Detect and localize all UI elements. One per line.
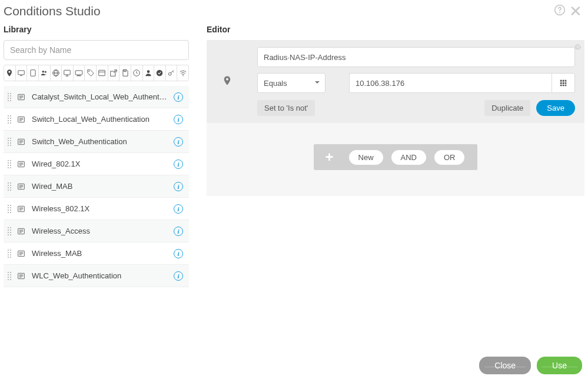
filter-tag-icon[interactable] [85, 65, 97, 81]
attribute-input[interactable] [257, 47, 575, 67]
list-item-label: Catalyst_Switch_Local_Web_Authentication [32, 92, 168, 101]
filter-popout-icon[interactable] [108, 65, 120, 81]
list-item-label: Wireless_Access [32, 227, 168, 235]
info-icon[interactable]: i [174, 182, 183, 191]
svg-point-1 [559, 12, 560, 13]
filter-person-icon[interactable] [143, 65, 155, 81]
svg-point-21 [147, 70, 150, 73]
add-condition-bar: + New AND OR [314, 144, 478, 170]
list-item[interactable]: Wireless_MAB i [4, 242, 189, 265]
condition-icon [15, 136, 27, 148]
filter-pin-icon[interactable] [4, 65, 16, 81]
svg-rect-14 [77, 75, 81, 76]
filter-group-icon[interactable] [39, 65, 51, 81]
svg-rect-67 [560, 85, 562, 86]
list-item[interactable]: Catalyst_Switch_Local_Web_Authentication… [4, 86, 189, 108]
condition-icon [15, 270, 27, 282]
filter-icon-row [4, 65, 189, 81]
filter-wifi-icon[interactable] [177, 65, 188, 81]
list-item-label: Switch_Web_Authentication [32, 137, 168, 146]
info-icon[interactable]: i [174, 159, 183, 169]
condition-icon [15, 203, 27, 215]
info-icon[interactable]: i [174, 227, 183, 236]
duplicate-button[interactable]: Duplicate [484, 100, 530, 116]
svg-rect-68 [563, 85, 564, 86]
value-input[interactable] [349, 73, 552, 93]
list-item[interactable]: Wired_802.1X i [4, 153, 189, 175]
svg-rect-61 [560, 80, 562, 82]
info-icon[interactable]: i [174, 204, 183, 214]
svg-rect-62 [563, 80, 564, 82]
drag-handle-icon[interactable] [6, 182, 13, 191]
filter-check-badge-icon[interactable] [154, 65, 166, 81]
library-panel: Library Catalyst_Switch_Local_Web_A [4, 25, 189, 287]
search-input[interactable] [4, 40, 189, 60]
location-pin-icon [222, 75, 232, 88]
svg-rect-16 [99, 70, 105, 75]
filter-key-icon[interactable] [166, 65, 178, 81]
info-icon[interactable]: i [174, 92, 183, 102]
editor-panel: Editor Equals [207, 25, 584, 287]
editor-drop-zone: + New AND OR [207, 123, 584, 196]
save-button[interactable]: Save [536, 100, 575, 116]
svg-rect-2 [18, 71, 25, 75]
value-picker-button[interactable] [552, 73, 575, 93]
list-item-label: Wireless_MAB [32, 249, 168, 258]
drag-handle-icon[interactable] [6, 160, 13, 168]
filter-clock-icon[interactable] [131, 65, 143, 81]
list-item[interactable]: Wired_MAB i [4, 175, 189, 198]
condition-icon [15, 91, 27, 103]
svg-point-24 [182, 75, 183, 76]
svg-rect-10 [64, 70, 71, 75]
list-item[interactable]: WLC_Web_Authentication i [4, 265, 189, 287]
svg-point-23 [168, 72, 171, 75]
svg-rect-69 [565, 85, 566, 86]
list-item-label: Wired_802.1X [32, 159, 168, 168]
drag-handle-icon[interactable] [6, 138, 13, 146]
drag-handle-icon[interactable] [6, 93, 13, 101]
drag-handle-icon[interactable] [6, 272, 13, 280]
drag-handle-icon[interactable] [6, 250, 13, 258]
svg-rect-66 [565, 82, 566, 84]
svg-rect-63 [565, 80, 566, 82]
filter-tablet-icon[interactable] [27, 65, 39, 81]
drag-handle-icon[interactable] [6, 115, 13, 124]
add-plus-icon[interactable]: + [318, 149, 341, 165]
svg-rect-4 [30, 70, 35, 77]
svg-rect-13 [75, 71, 82, 75]
filter-globe-icon[interactable] [51, 65, 62, 81]
info-icon[interactable]: i [174, 271, 183, 281]
list-item[interactable]: Switch_Web_Authentication i [4, 131, 189, 153]
info-icon[interactable]: i [174, 115, 183, 124]
filter-screen-icon[interactable] [16, 65, 28, 81]
list-item[interactable]: Wireless_Access i [4, 220, 189, 242]
help-icon[interactable] [554, 4, 566, 18]
or-chip[interactable]: OR [434, 150, 465, 165]
close-button[interactable]: Close [479, 357, 531, 374]
svg-rect-65 [563, 82, 564, 84]
use-button[interactable]: Use [537, 357, 582, 374]
drag-handle-icon[interactable] [6, 227, 13, 235]
svg-point-6 [45, 71, 46, 73]
svg-point-15 [88, 71, 89, 72]
list-item-label: WLC_Web_Authentication [32, 271, 168, 280]
page-title: Conditions Studio [4, 4, 101, 18]
filter-save-icon[interactable] [119, 65, 131, 81]
filter-monitor-icon[interactable] [62, 65, 74, 81]
close-icon[interactable]: ✕ [569, 4, 582, 19]
filter-window-icon[interactable] [97, 65, 108, 81]
condition-icon [15, 225, 27, 237]
list-item[interactable]: Switch_Local_Web_Authentication i [4, 108, 189, 131]
info-icon[interactable]: i [174, 137, 183, 147]
list-item[interactable]: Wireless_802.1X i [4, 198, 189, 220]
library-label: Library [4, 25, 189, 34]
gear-icon[interactable] [574, 42, 581, 53]
operator-select[interactable]: Equals [257, 73, 325, 93]
svg-point-5 [42, 71, 45, 73]
new-chip[interactable]: New [349, 150, 383, 165]
info-icon[interactable]: i [174, 249, 183, 258]
filter-desktop-icon[interactable] [74, 65, 85, 81]
drag-handle-icon[interactable] [6, 205, 13, 213]
set-is-not-button[interactable]: Set to 'Is not' [257, 100, 315, 116]
and-chip[interactable]: AND [391, 150, 426, 165]
